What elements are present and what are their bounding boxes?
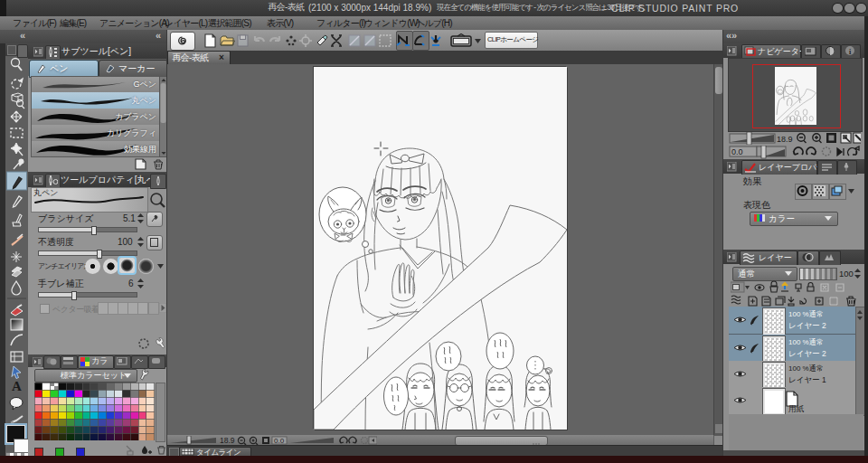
svg-text:0.0: 0.0 [731, 147, 743, 156]
svg-text:0.0: 0.0 [274, 437, 285, 445]
svg-text:A: A [12, 379, 22, 393]
svg-text:18.9: 18.9 [220, 436, 235, 445]
svg-text:18.9: 18.9 [777, 135, 793, 144]
